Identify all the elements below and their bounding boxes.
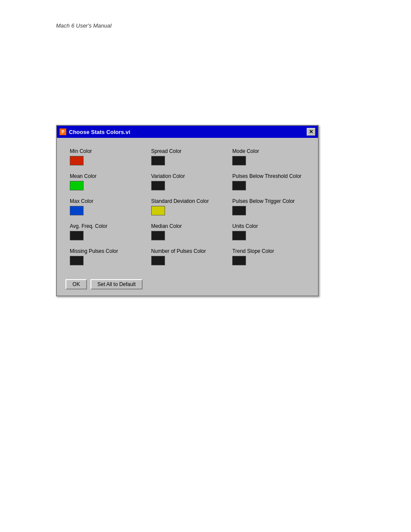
mean-color-label: Mean Color (70, 173, 143, 179)
color-item-std-dev-color: Standard Deviation Color (147, 196, 228, 221)
dialog-title: Choose Stats Colors.vi (69, 129, 130, 135)
min-color-swatch[interactable] (70, 156, 84, 165)
avg-freq-color-swatch[interactable] (70, 231, 84, 240)
ok-button[interactable]: OK (65, 279, 87, 289)
mode-color-swatch[interactable] (232, 156, 246, 165)
color-item-min-color: Min Color (65, 146, 147, 171)
median-color-label: Median Color (151, 223, 224, 229)
pulses-below-threshold-color-swatch[interactable] (232, 181, 246, 190)
color-item-missing-pulses-color: Missing Pulses Color (65, 246, 147, 271)
color-item-num-pulses-color: Number of Pulses Color (147, 246, 228, 271)
std-dev-color-swatch[interactable] (151, 206, 165, 215)
max-color-label: Max Color (70, 198, 143, 204)
trend-slope-color-label: Trend Slope Color (232, 248, 305, 254)
spread-color-label: Spread Color (151, 148, 224, 154)
spread-color-swatch[interactable] (151, 156, 165, 165)
color-item-avg-freq-color: Avg. Freq. Color (65, 221, 147, 246)
dialog-content: Min ColorSpread ColorMode ColorMean Colo… (57, 138, 318, 296)
dialog-window: P Choose Stats Colors.vi ✕ Min ColorSpre… (56, 125, 319, 296)
mode-color-label: Mode Color (232, 148, 305, 154)
set-all-default-button[interactable]: Set All to Default (90, 279, 143, 289)
app-icon: P (59, 128, 66, 135)
missing-pulses-color-swatch[interactable] (70, 256, 84, 265)
color-grid: Min ColorSpread ColorMode ColorMean Colo… (65, 146, 309, 271)
units-color-label: Units Color (232, 223, 305, 229)
close-button[interactable]: ✕ (307, 128, 315, 136)
color-item-trend-slope-color: Trend Slope Color (228, 246, 309, 271)
pulses-below-trigger-color-swatch[interactable] (232, 206, 246, 215)
variation-color-label: Variation Color (151, 173, 224, 179)
color-item-mean-color: Mean Color (65, 171, 147, 196)
mean-color-swatch[interactable] (70, 181, 84, 190)
median-color-swatch[interactable] (151, 231, 165, 240)
color-item-pulses-below-trigger-color: Pulses Below Trigger Color (228, 196, 309, 221)
color-item-max-color: Max Color (65, 196, 147, 221)
color-item-median-color: Median Color (147, 221, 228, 246)
max-color-swatch[interactable] (70, 206, 84, 215)
avg-freq-color-label: Avg. Freq. Color (70, 223, 143, 229)
color-item-variation-color: Variation Color (147, 171, 228, 196)
min-color-label: Min Color (70, 148, 143, 154)
page-label: Mach 6 User's Manual (56, 22, 112, 29)
pulses-below-threshold-color-label: Pulses Below Threshold Color (232, 173, 305, 179)
color-item-pulses-below-threshold-color: Pulses Below Threshold Color (228, 171, 309, 196)
title-bar-left: P Choose Stats Colors.vi (59, 128, 130, 135)
color-item-mode-color: Mode Color (228, 146, 309, 171)
variation-color-swatch[interactable] (151, 181, 165, 190)
color-item-spread-color: Spread Color (147, 146, 228, 171)
num-pulses-color-label: Number of Pulses Color (151, 248, 224, 254)
missing-pulses-color-label: Missing Pulses Color (70, 248, 143, 254)
title-bar: P Choose Stats Colors.vi ✕ (57, 126, 318, 138)
trend-slope-color-swatch[interactable] (232, 256, 246, 265)
pulses-below-trigger-color-label: Pulses Below Trigger Color (232, 198, 305, 204)
button-row: OKSet All to Default (65, 277, 309, 289)
num-pulses-color-swatch[interactable] (151, 256, 165, 265)
color-item-units-color: Units Color (228, 221, 309, 246)
std-dev-color-label: Standard Deviation Color (151, 198, 224, 204)
units-color-swatch[interactable] (232, 231, 246, 240)
